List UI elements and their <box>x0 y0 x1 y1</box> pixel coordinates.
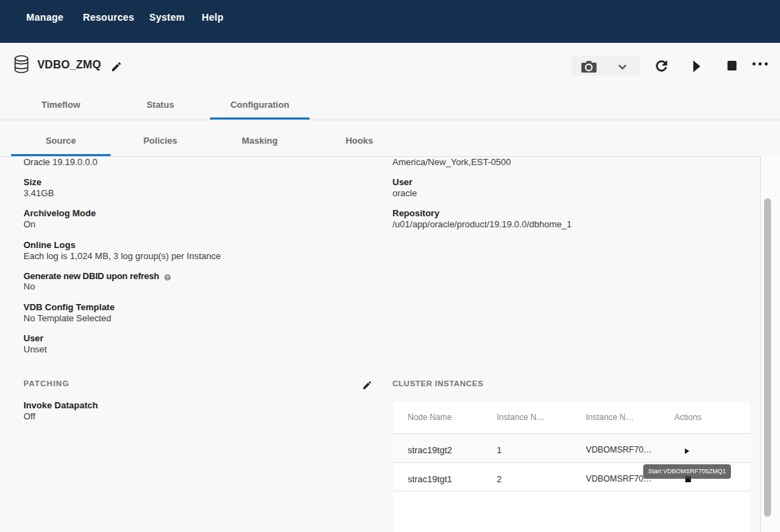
svg-text:?: ? <box>166 275 169 280</box>
